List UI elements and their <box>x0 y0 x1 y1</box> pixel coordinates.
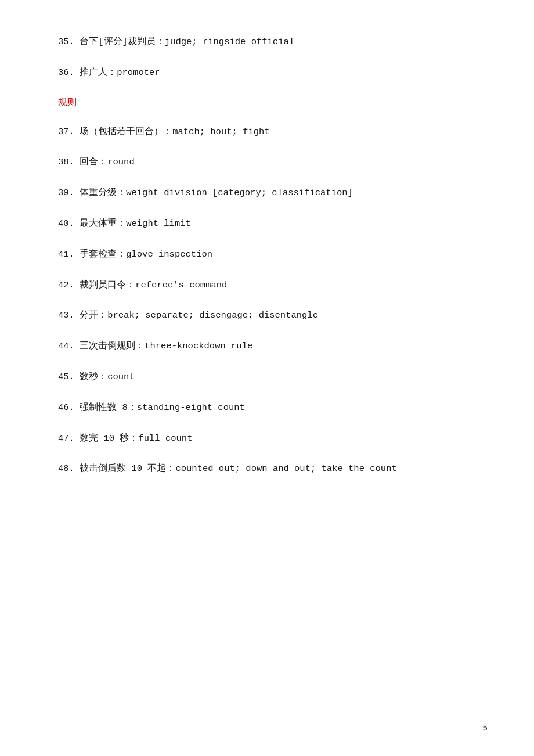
entry-41-text: 41. 手套检查：glove inspection <box>58 249 212 260</box>
entry-48: 48. 被击倒后数 10 不起：counted out; down and ou… <box>58 462 476 476</box>
entry-40-text: 40. 最大体重：weight limit <box>58 218 191 229</box>
entry-38: 38. 回合：round <box>58 155 476 170</box>
entry-37-text: 37. 场（包括若干回合）：match; bout; fight <box>58 127 270 137</box>
entry-41: 41. 手套检查：glove inspection <box>58 247 476 262</box>
entry-42-text: 42. 裁判员口令：referee's command <box>58 280 227 290</box>
entry-36: 36. 推广人：promoter <box>58 66 476 80</box>
entry-40: 40. 最大体重：weight limit <box>58 217 476 231</box>
entry-37: 37. 场（包括若干回合）：match; bout; fight <box>58 125 476 139</box>
entry-43: 43. 分开：break; separate; disengage; disen… <box>58 308 476 323</box>
entry-36-text: 36. 推广人：promoter <box>58 67 160 78</box>
entry-46: 46. 强制性数 8：standing-eight count <box>58 401 476 415</box>
entry-43-text: 43. 分开：break; separate; disengage; disen… <box>58 310 318 321</box>
entry-47: 47. 数完 10 秒：full count <box>58 431 476 446</box>
entry-42: 42. 裁判员口令：referee's command <box>58 278 476 293</box>
entry-48-text: 48. 被击倒后数 10 不起：counted out; down and ou… <box>58 463 397 474</box>
entry-35: 35. 台下[评分]裁判员：judge; ringside official <box>58 35 476 49</box>
entry-35-text: 35. 台下[评分]裁判员：judge; ringside official <box>58 37 294 47</box>
page-number: 5 <box>483 723 488 733</box>
entry-39-text: 39. 体重分级：weight division [category; clas… <box>58 188 353 198</box>
section-heading-rules: 规则 <box>58 96 476 109</box>
entry-46-text: 46. 强制性数 8：standing-eight count <box>58 402 245 413</box>
entry-38-text: 38. 回合：round <box>58 157 135 167</box>
entry-47-text: 47. 数完 10 秒：full count <box>58 433 192 444</box>
entry-44: 44. 三次击倒规则：three-knockdown rule <box>58 339 476 354</box>
page-container: 35. 台下[评分]裁判员：judge; ringside official 3… <box>0 0 534 539</box>
entry-45-text: 45. 数秒：count <box>58 372 135 382</box>
entry-44-text: 44. 三次击倒规则：three-knockdown rule <box>58 341 252 351</box>
entry-45: 45. 数秒：count <box>58 370 476 384</box>
entry-39: 39. 体重分级：weight division [category; clas… <box>58 186 476 200</box>
page-number-value: 5 <box>483 723 488 733</box>
section-heading-label: 规则 <box>58 98 77 108</box>
